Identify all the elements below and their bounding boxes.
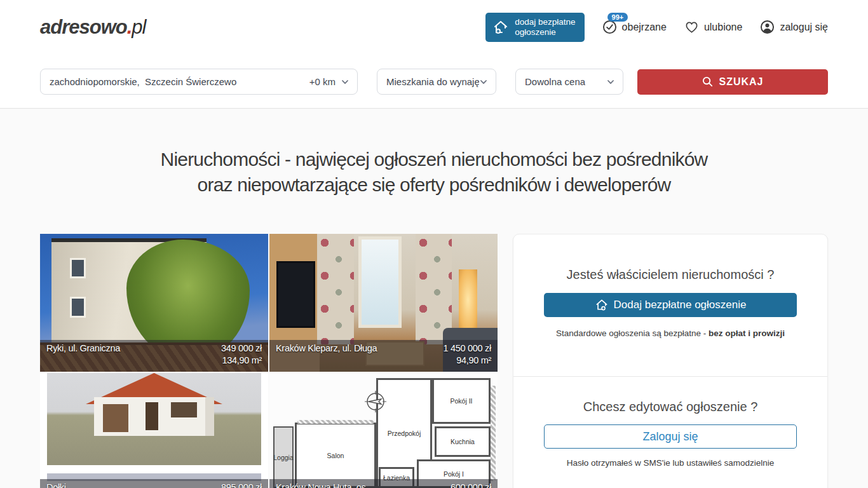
owner-heading: Jesteś właścicielem nieruchomości ? [544,268,797,282]
listing-overlay: Kraków Kleparz, ul. Długa 1 450 000 zł 9… [269,340,498,372]
listing-overlay: Dołki 895 000 zł [40,479,268,488]
listing-area: 94,90 m² [276,355,491,365]
search-bar: +0 km Mieszkania do wynajęc Dowolna cena [0,54,868,109]
listing-location: Kraków Kleparz, ul. Długa [276,343,377,353]
listing-card[interactable]: Pokój II Przedpokój Kuchnia Salon Loggia… [269,373,498,488]
listing-area: 134,90 m² [46,355,262,365]
listing-price: 895 000 zł [221,482,262,488]
search-button[interactable]: SZUKAJ [637,69,828,95]
listing-price: 1 450 000 zł [444,343,491,353]
radius-value: +0 km [309,76,336,87]
viewed-link[interactable]: 99+ obejrzane [602,20,667,34]
listing-price: 600 000 zł [451,482,491,488]
listing-overlay: Kraków Nowa Huta, os. 600 000 zł [269,479,498,488]
search-icon [702,76,714,88]
location-input[interactable] [50,76,309,87]
listing-card[interactable]: Kraków Kleparz, ul. Długa 1 450 000 zł 9… [269,234,498,372]
check-circle-icon [602,20,617,34]
user-circle-icon [760,20,775,34]
favorites-label: ulubione [704,22,743,33]
add-listing-label-line1: dodaj bezpłatne [515,17,575,27]
add-free-listing-button[interactable]: Dodaj bezpłatne ogłoszenie [544,293,797,317]
edit-heading: Chcesz edytować ogłoszenie ? [544,400,797,414]
add-listing-button[interactable]: dodaj bezpłatne ogłoszenie [485,13,584,42]
owner-note: Standardowe ogłoszenia są bezpłatne - be… [544,329,797,338]
chevron-down-icon [341,78,349,86]
chevron-down-icon [606,78,615,86]
listing-location: Dołki [46,482,66,488]
hero: Nieruchomości - najwięcej ogłoszeń nieru… [0,147,868,198]
listing-location: Kraków Nowa Huta, os. [276,482,368,488]
header-actions: dodaj bezpłatne ogłoszenie 99+ obejrzane… [485,13,828,42]
property-type-select[interactable]: Mieszkania do wynajęc [377,69,496,95]
property-type-value: Mieszkania do wynajęc [386,76,479,87]
listings-grid: Ryki, ul. Graniczna 349 000 zł 134,90 m²… [40,234,498,488]
location-field[interactable]: +0 km [40,69,358,95]
listing-overlay: Ryki, ul. Graniczna 349 000 zł 134,90 m² [40,340,268,372]
viewed-label: obejrzane [622,22,667,33]
owner-section: Jesteś właścicielem nieruchomości ? Doda… [513,234,827,376]
add-listing-label-line2: ogłoszenie [515,27,556,37]
chevron-down-icon [479,78,488,86]
floorplan-room: Kuchnia [435,426,491,457]
listing-location: Ryki, ul. Graniczna [46,343,120,353]
house-plus-icon [492,19,509,36]
listing-price: 349 000 zł [221,343,262,353]
logo-main: adresowo [40,16,127,38]
login-link[interactable]: zaloguj się [760,20,828,34]
listing-card[interactable]: Dołki 895 000 zł [40,373,268,488]
logo[interactable]: adresowo.pl [40,16,146,39]
favorites-link[interactable]: ulubione [684,20,743,34]
add-free-listing-label: Dodaj bezpłatne ogłoszenie [614,299,747,311]
price-value: Dowolna cena [525,76,585,87]
compass-icon [363,390,388,414]
edit-section: Chcesz edytować ogłoszenie ? Zaloguj się… [513,376,827,488]
sidebar-login-label: Zaloguj się [642,430,698,444]
listing-photo [47,373,261,465]
viewed-badge: 99+ [607,13,628,22]
heart-icon [684,20,699,34]
floorplan-room: Salon [295,423,376,488]
logo-tld: pl [132,16,146,38]
login-label: zaloguj się [780,22,828,33]
sidebar-login-button[interactable]: Zaloguj się [544,424,797,449]
house-plus-icon [595,298,609,312]
owner-panel: Jesteś właścicielem nieruchomości ? Doda… [513,234,828,488]
main-content: Ryki, ul. Graniczna 349 000 zł 134,90 m²… [0,234,868,488]
floorplan-room: Pokój II [432,378,491,424]
edit-note: Hasło otrzymałeś w SMS'ie lub ustawiłeś … [544,458,797,468]
price-select[interactable]: Dowolna cena [515,69,623,95]
listing-card[interactable]: Ryki, ul. Graniczna 349 000 zł 134,90 m² [40,234,268,372]
search-button-label: SZUKAJ [719,76,763,88]
page-title: Nieruchomości - najwięcej ogłoszeń nieru… [0,147,868,198]
radius-select[interactable]: +0 km [309,76,349,87]
header: adresowo.pl dodaj bezpłatne ogłoszenie 9… [0,0,868,54]
